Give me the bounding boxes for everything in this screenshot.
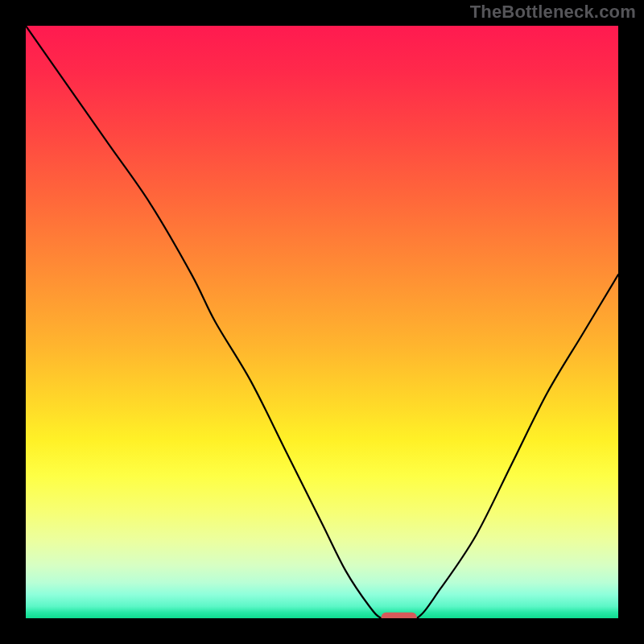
chart-frame: TheBottleneck.com: [0, 0, 644, 644]
bottleneck-curve: [26, 26, 618, 618]
optimal-marker: [382, 613, 417, 618]
watermark-text: TheBottleneck.com: [470, 2, 636, 23]
curve-layer: [26, 26, 618, 618]
plot-area: [26, 26, 618, 618]
